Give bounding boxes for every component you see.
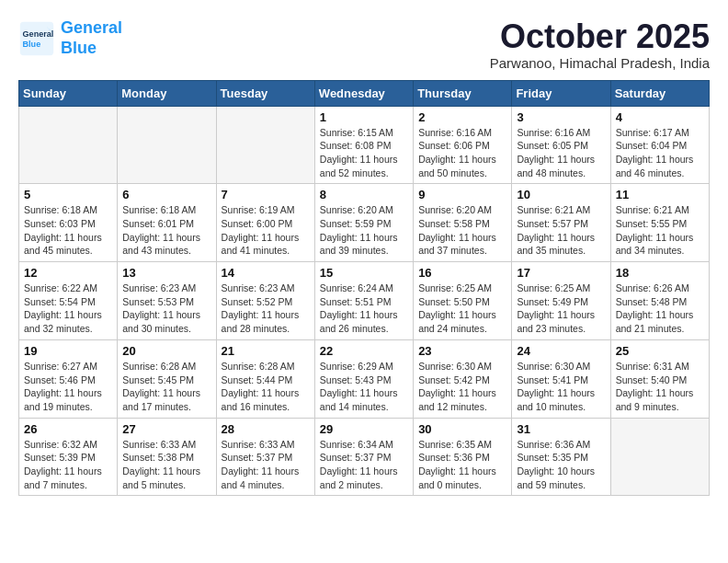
header-wednesday: Wednesday [314, 80, 413, 106]
calendar-cell: 9Sunrise: 6:20 AM Sunset: 5:58 PM Daylig… [414, 184, 512, 262]
cell-info: Sunrise: 6:20 AM Sunset: 5:59 PM Dayligh… [320, 203, 408, 258]
location: Parwanoo, Himachal Pradesh, India [490, 55, 710, 71]
cell-info: Sunrise: 6:33 AM Sunset: 5:38 PM Dayligh… [122, 438, 210, 492]
cell-info: Sunrise: 6:17 AM Sunset: 6:04 PM Dayligh… [616, 126, 704, 180]
day-number: 13 [122, 266, 210, 280]
logo: General Blue General Blue [18, 18, 122, 58]
day-number: 9 [418, 188, 506, 201]
calendar-cell: 24Sunrise: 6:30 AM Sunset: 5:41 PM Dayli… [512, 339, 610, 418]
calendar-header-row: SundayMondayTuesdayWednesdayThursdayFrid… [19, 80, 710, 106]
svg-text:Blue: Blue [23, 40, 41, 49]
day-number: 8 [320, 188, 408, 201]
calendar-cell: 12Sunrise: 6:22 AM Sunset: 5:54 PM Dayli… [19, 262, 118, 340]
header-friday: Friday [512, 80, 610, 106]
day-number: 25 [616, 344, 704, 358]
day-number: 6 [122, 188, 210, 201]
day-number: 30 [418, 422, 506, 436]
cell-info: Sunrise: 6:20 AM Sunset: 5:58 PM Dayligh… [418, 203, 506, 258]
day-number: 14 [222, 266, 310, 280]
calendar-cell: 19Sunrise: 6:27 AM Sunset: 5:46 PM Dayli… [19, 339, 118, 418]
cell-info: Sunrise: 6:29 AM Sunset: 5:43 PM Dayligh… [320, 360, 408, 414]
calendar-cell: 28Sunrise: 6:33 AM Sunset: 5:37 PM Dayli… [216, 418, 314, 496]
calendar-cell: 2Sunrise: 6:16 AM Sunset: 6:06 PM Daylig… [414, 106, 512, 184]
calendar-cell: 29Sunrise: 6:34 AM Sunset: 5:37 PM Dayli… [314, 418, 413, 496]
logo-text: General Blue [61, 18, 122, 58]
cell-info: Sunrise: 6:15 AM Sunset: 6:08 PM Dayligh… [320, 126, 408, 180]
cell-info: Sunrise: 6:21 AM Sunset: 5:57 PM Dayligh… [517, 203, 605, 258]
day-number: 10 [517, 188, 605, 201]
cell-info: Sunrise: 6:28 AM Sunset: 5:44 PM Dayligh… [222, 360, 310, 414]
calendar-cell [118, 106, 216, 184]
day-number: 4 [616, 110, 704, 124]
calendar-cell: 22Sunrise: 6:29 AM Sunset: 5:43 PM Dayli… [314, 339, 413, 418]
day-number: 7 [222, 188, 310, 201]
day-number: 29 [320, 422, 408, 436]
day-number: 26 [24, 422, 112, 436]
cell-info: Sunrise: 6:25 AM Sunset: 5:50 PM Dayligh… [418, 282, 506, 336]
calendar-cell: 1Sunrise: 6:15 AM Sunset: 6:08 PM Daylig… [314, 106, 413, 184]
cell-info: Sunrise: 6:25 AM Sunset: 5:49 PM Dayligh… [517, 282, 605, 336]
calendar-cell [216, 106, 314, 184]
day-number: 20 [122, 344, 210, 358]
day-number: 27 [122, 422, 210, 436]
calendar-cell: 8Sunrise: 6:20 AM Sunset: 5:59 PM Daylig… [314, 184, 413, 262]
svg-text:General: General [23, 29, 54, 39]
title-section: October 2025 Parwanoo, Himachal Pradesh,… [490, 18, 710, 71]
cell-info: Sunrise: 6:26 AM Sunset: 5:48 PM Dayligh… [616, 282, 704, 336]
calendar-cell: 5Sunrise: 6:18 AM Sunset: 6:03 PM Daylig… [19, 184, 118, 262]
cell-info: Sunrise: 6:31 AM Sunset: 5:40 PM Dayligh… [616, 360, 704, 414]
cell-info: Sunrise: 6:18 AM Sunset: 6:03 PM Dayligh… [24, 203, 112, 258]
logo-line1: General [61, 18, 122, 37]
calendar-week-row: 19Sunrise: 6:27 AM Sunset: 5:46 PM Dayli… [19, 339, 710, 418]
calendar-cell: 17Sunrise: 6:25 AM Sunset: 5:49 PM Dayli… [512, 262, 610, 340]
day-number: 21 [222, 344, 310, 358]
day-number: 31 [517, 422, 605, 436]
cell-info: Sunrise: 6:16 AM Sunset: 6:06 PM Dayligh… [418, 126, 506, 180]
cell-info: Sunrise: 6:36 AM Sunset: 5:35 PM Dayligh… [517, 438, 605, 492]
calendar-cell: 21Sunrise: 6:28 AM Sunset: 5:44 PM Dayli… [216, 339, 314, 418]
calendar-cell: 13Sunrise: 6:23 AM Sunset: 5:53 PM Dayli… [118, 262, 216, 340]
page-header: General Blue General Blue October 2025 P… [18, 18, 710, 71]
header-thursday: Thursday [414, 80, 512, 106]
calendar-cell: 4Sunrise: 6:17 AM Sunset: 6:04 PM Daylig… [610, 106, 709, 184]
calendar: SundayMondayTuesdayWednesdayThursdayFrid… [18, 80, 710, 497]
calendar-cell: 31Sunrise: 6:36 AM Sunset: 5:35 PM Dayli… [512, 418, 610, 496]
cell-info: Sunrise: 6:32 AM Sunset: 5:39 PM Dayligh… [24, 438, 112, 492]
calendar-cell: 10Sunrise: 6:21 AM Sunset: 5:57 PM Dayli… [512, 184, 610, 262]
cell-info: Sunrise: 6:30 AM Sunset: 5:42 PM Dayligh… [418, 360, 506, 414]
header-monday: Monday [118, 80, 216, 106]
day-number: 11 [616, 188, 704, 201]
cell-info: Sunrise: 6:21 AM Sunset: 5:55 PM Dayligh… [616, 203, 704, 258]
cell-info: Sunrise: 6:19 AM Sunset: 6:00 PM Dayligh… [222, 203, 310, 258]
cell-info: Sunrise: 6:34 AM Sunset: 5:37 PM Dayligh… [320, 438, 408, 492]
day-number: 5 [24, 188, 112, 201]
day-number: 28 [222, 422, 310, 436]
day-number: 1 [320, 110, 408, 124]
day-number: 24 [517, 344, 605, 358]
day-number: 23 [418, 344, 506, 358]
cell-info: Sunrise: 6:22 AM Sunset: 5:54 PM Dayligh… [24, 282, 112, 336]
calendar-cell: 25Sunrise: 6:31 AM Sunset: 5:40 PM Dayli… [610, 339, 709, 418]
header-saturday: Saturday [610, 80, 709, 106]
logo-line2: Blue [61, 39, 97, 57]
calendar-cell: 20Sunrise: 6:28 AM Sunset: 5:45 PM Dayli… [118, 339, 216, 418]
cell-info: Sunrise: 6:28 AM Sunset: 5:45 PM Dayligh… [122, 360, 210, 414]
calendar-cell: 3Sunrise: 6:16 AM Sunset: 6:05 PM Daylig… [512, 106, 610, 184]
cell-info: Sunrise: 6:35 AM Sunset: 5:36 PM Dayligh… [418, 438, 506, 492]
calendar-week-row: 12Sunrise: 6:22 AM Sunset: 5:54 PM Dayli… [19, 262, 710, 340]
day-number: 17 [517, 266, 605, 280]
month-title: October 2025 [490, 18, 710, 55]
day-number: 16 [418, 266, 506, 280]
calendar-week-row: 1Sunrise: 6:15 AM Sunset: 6:08 PM Daylig… [19, 106, 710, 184]
calendar-week-row: 26Sunrise: 6:32 AM Sunset: 5:39 PM Dayli… [19, 418, 710, 496]
header-sunday: Sunday [19, 80, 118, 106]
day-number: 22 [320, 344, 408, 358]
calendar-cell: 27Sunrise: 6:33 AM Sunset: 5:38 PM Dayli… [118, 418, 216, 496]
calendar-cell: 16Sunrise: 6:25 AM Sunset: 5:50 PM Dayli… [414, 262, 512, 340]
cell-info: Sunrise: 6:23 AM Sunset: 5:52 PM Dayligh… [222, 282, 310, 336]
calendar-cell: 18Sunrise: 6:26 AM Sunset: 5:48 PM Dayli… [610, 262, 709, 340]
day-number: 15 [320, 266, 408, 280]
cell-info: Sunrise: 6:27 AM Sunset: 5:46 PM Dayligh… [24, 360, 112, 414]
calendar-cell [19, 106, 118, 184]
calendar-cell: 11Sunrise: 6:21 AM Sunset: 5:55 PM Dayli… [610, 184, 709, 262]
